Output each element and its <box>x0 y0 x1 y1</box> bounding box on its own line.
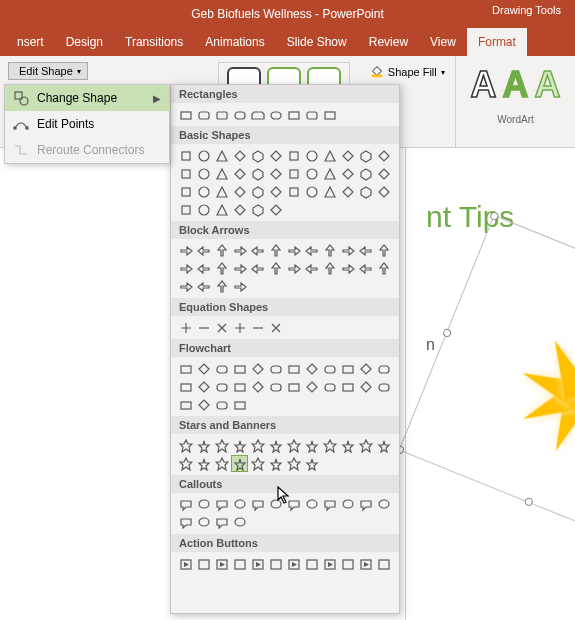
shape-option[interactable] <box>303 437 320 454</box>
shape-option[interactable] <box>231 260 248 277</box>
shape-option[interactable] <box>195 147 212 164</box>
shape-option[interactable] <box>231 242 248 259</box>
shape-option[interactable] <box>231 555 248 572</box>
shape-option[interactable] <box>285 165 302 182</box>
shape-option[interactable] <box>357 147 374 164</box>
shape-option[interactable] <box>249 260 266 277</box>
shape-option[interactable] <box>195 165 212 182</box>
sun-shape[interactable] <box>481 298 575 493</box>
shape-option[interactable] <box>357 242 374 259</box>
shape-option[interactable] <box>357 260 374 277</box>
shape-option[interactable] <box>285 378 302 395</box>
shape-option[interactable] <box>213 201 230 218</box>
shape-option[interactable] <box>267 360 284 377</box>
shape-option[interactable] <box>267 201 284 218</box>
shape-option[interactable] <box>213 319 230 336</box>
menu-item-change-shape[interactable]: Change Shape ▶ <box>5 85 169 111</box>
shape-option[interactable] <box>303 378 320 395</box>
shape-option[interactable] <box>375 147 392 164</box>
shape-option[interactable] <box>285 555 302 572</box>
shape-option[interactable] <box>231 183 248 200</box>
shape-option[interactable] <box>321 147 338 164</box>
shape-option[interactable] <box>267 165 284 182</box>
shape-option[interactable] <box>375 242 392 259</box>
shape-option[interactable] <box>177 278 194 295</box>
shape-option[interactable] <box>249 496 266 513</box>
shape-option[interactable] <box>177 183 194 200</box>
shape-selection-box[interactable] <box>399 215 575 555</box>
shape-option[interactable] <box>321 106 338 123</box>
shape-option[interactable] <box>339 165 356 182</box>
shape-option[interactable] <box>195 201 212 218</box>
shape-option[interactable] <box>213 147 230 164</box>
shape-option[interactable] <box>303 147 320 164</box>
shape-option[interactable] <box>357 496 374 513</box>
edit-shape-button[interactable]: Edit Shape ▾ <box>8 62 88 80</box>
shape-option[interactable] <box>357 378 374 395</box>
ribbon-tab-review[interactable]: Review <box>358 28 419 56</box>
shape-option[interactable] <box>321 378 338 395</box>
shape-option[interactable] <box>231 378 248 395</box>
resize-handle[interactable] <box>524 497 534 507</box>
shape-option[interactable] <box>195 242 212 259</box>
shape-option[interactable] <box>339 147 356 164</box>
shape-option[interactable] <box>177 165 194 182</box>
shape-option[interactable] <box>177 455 194 472</box>
shape-option[interactable] <box>375 378 392 395</box>
shape-option[interactable] <box>195 260 212 277</box>
shape-option[interactable] <box>375 260 392 277</box>
shape-option[interactable] <box>231 278 248 295</box>
shape-option[interactable] <box>267 378 284 395</box>
shape-option[interactable] <box>231 360 248 377</box>
wordart-style[interactable]: A <box>535 64 561 106</box>
shape-option[interactable] <box>267 455 284 472</box>
shape-option[interactable] <box>231 319 248 336</box>
shape-option[interactable] <box>177 514 194 531</box>
shape-option[interactable] <box>213 496 230 513</box>
shape-option[interactable] <box>339 360 356 377</box>
shape-option[interactable] <box>177 260 194 277</box>
shape-option[interactable] <box>375 183 392 200</box>
shape-option[interactable] <box>321 165 338 182</box>
ribbon-tab-view[interactable]: View <box>419 28 467 56</box>
shape-option[interactable] <box>249 555 266 572</box>
shape-option[interactable] <box>321 183 338 200</box>
shape-option[interactable] <box>303 496 320 513</box>
shape-option[interactable] <box>231 396 248 413</box>
shape-option[interactable] <box>357 165 374 182</box>
shape-option[interactable] <box>249 360 266 377</box>
shape-option[interactable] <box>339 555 356 572</box>
shape-option[interactable] <box>321 496 338 513</box>
shape-option[interactable] <box>303 183 320 200</box>
shape-option[interactable] <box>249 319 266 336</box>
shape-option[interactable] <box>231 455 248 472</box>
shape-option[interactable] <box>213 514 230 531</box>
shape-option[interactable] <box>231 437 248 454</box>
shape-option[interactable] <box>249 106 266 123</box>
shape-option[interactable] <box>267 555 284 572</box>
shape-option[interactable] <box>285 260 302 277</box>
shape-option[interactable] <box>249 378 266 395</box>
shape-option[interactable] <box>267 106 284 123</box>
shape-option[interactable] <box>231 106 248 123</box>
shape-option[interactable] <box>357 183 374 200</box>
shape-option[interactable] <box>375 360 392 377</box>
shape-option[interactable] <box>321 242 338 259</box>
shape-option[interactable] <box>339 378 356 395</box>
shape-option[interactable] <box>231 165 248 182</box>
shape-option[interactable] <box>213 555 230 572</box>
shape-option[interactable] <box>213 183 230 200</box>
shape-option[interactable] <box>231 496 248 513</box>
shape-option[interactable] <box>177 147 194 164</box>
ribbon-tab-animations[interactable]: Animations <box>194 28 275 56</box>
shape-option[interactable] <box>213 360 230 377</box>
shape-option[interactable] <box>339 242 356 259</box>
shape-option[interactable] <box>195 496 212 513</box>
ribbon-tab-transitions[interactable]: Transitions <box>114 28 194 56</box>
menu-item-edit-points[interactable]: Edit Points <box>5 111 169 137</box>
shape-option[interactable] <box>303 360 320 377</box>
shape-option[interactable] <box>195 278 212 295</box>
shape-option[interactable] <box>177 496 194 513</box>
shape-option[interactable] <box>231 201 248 218</box>
shape-option[interactable] <box>213 165 230 182</box>
